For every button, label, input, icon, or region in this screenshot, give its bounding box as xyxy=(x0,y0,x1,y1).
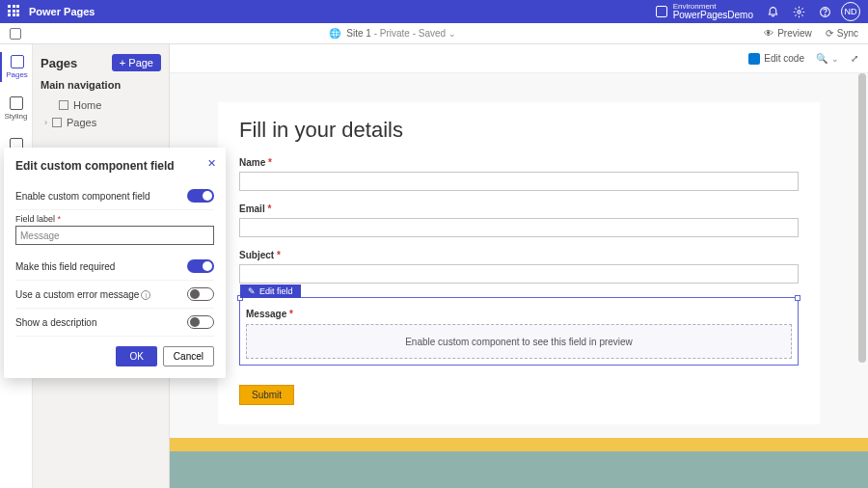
nav-home[interactable]: Home xyxy=(41,96,161,114)
expand-icon: ⤢ xyxy=(851,53,858,64)
required-toggle[interactable] xyxy=(187,259,214,273)
eye-icon: 👁 xyxy=(764,28,773,39)
close-icon[interactable]: ✕ xyxy=(207,157,216,170)
enable-toggle[interactable] xyxy=(187,189,214,203)
submit-button[interactable]: Submit xyxy=(239,385,294,405)
vscode-icon xyxy=(748,53,760,65)
svg-point-2 xyxy=(825,14,826,14)
svg-point-0 xyxy=(798,10,800,13)
home-icon[interactable] xyxy=(10,28,21,40)
environment-label: Environment xyxy=(673,3,753,11)
ok-button[interactable]: OK xyxy=(116,346,156,366)
scrollbar[interactable] xyxy=(858,44,866,488)
custom-error-label: Use a custom error messagei xyxy=(15,289,150,300)
zoom-icon: 🔍 xyxy=(816,53,827,64)
chevron-right-icon: › xyxy=(44,118,47,127)
nav-section-title: Main navigation xyxy=(41,79,161,91)
required-label: Make this field required xyxy=(15,261,115,272)
plus-icon: + xyxy=(120,57,125,68)
edit-code-button[interactable]: Edit code xyxy=(748,53,804,65)
environment-icon xyxy=(656,6,667,17)
settings-icon[interactable] xyxy=(793,6,805,18)
label-subject: Subject * xyxy=(239,250,281,260)
expand-button[interactable]: ⤢ xyxy=(851,53,858,64)
rail-styling[interactable]: Styling xyxy=(0,94,32,123)
label-email: Email * xyxy=(239,203,271,214)
cancel-button[interactable]: Cancel xyxy=(163,346,214,366)
pencil-icon: ✎ xyxy=(248,286,256,296)
site-name[interactable]: Site 1 - Private - Saved ⌄ xyxy=(346,28,456,39)
page-icon xyxy=(52,118,62,127)
input-email[interactable] xyxy=(239,218,799,237)
edit-field-button[interactable]: ✎Edit field xyxy=(240,285,301,298)
zoom-button[interactable]: 🔍⌄ xyxy=(816,53,839,64)
sidebar-title: Pages xyxy=(41,56,77,70)
sync-button[interactable]: ⟳Sync xyxy=(826,28,858,39)
custom-error-toggle[interactable] xyxy=(187,287,214,301)
edit-field-modal: ✕ Edit custom component field Enable cus… xyxy=(4,148,226,378)
input-subject[interactable] xyxy=(239,264,799,284)
user-avatar[interactable]: ND xyxy=(841,2,860,21)
brand-title: Power Pages xyxy=(29,6,95,17)
show-desc-label: Show a description xyxy=(15,317,97,328)
label-message: Message * xyxy=(246,309,293,319)
enable-label: Enable custom component field xyxy=(15,191,150,202)
sync-icon: ⟳ xyxy=(826,28,833,39)
field-label-input[interactable] xyxy=(15,226,214,245)
message-placeholder: Enable custom component to see this fiel… xyxy=(246,324,792,359)
label-name: Name * xyxy=(239,157,272,168)
input-name[interactable] xyxy=(239,172,799,191)
show-desc-toggle[interactable] xyxy=(187,315,214,329)
environment-picker[interactable]: Environment PowerPagesDemo xyxy=(656,3,753,21)
notifications-icon[interactable] xyxy=(767,6,779,18)
rail-pages[interactable]: Pages xyxy=(0,52,32,82)
environment-name: PowerPagesDemo xyxy=(673,11,753,21)
pages-icon xyxy=(11,55,24,68)
form-heading: Fill in your details xyxy=(239,118,799,143)
field-label-label: Field label * xyxy=(15,214,214,224)
preview-button[interactable]: 👁Preview xyxy=(764,28,812,39)
site-globe-icon: 🌐 xyxy=(329,28,340,39)
help-icon[interactable] xyxy=(819,6,831,18)
footer-band xyxy=(170,451,868,488)
nav-pages[interactable]: ›Pages xyxy=(41,114,161,131)
modal-title: Edit custom component field xyxy=(15,159,214,173)
styling-icon xyxy=(10,96,23,110)
home-page-icon xyxy=(59,100,68,110)
waffle-icon[interactable] xyxy=(8,5,21,18)
add-page-button[interactable]: +Page xyxy=(112,54,161,71)
info-icon[interactable]: i xyxy=(141,290,150,300)
footer-accent-bar xyxy=(170,438,868,451)
